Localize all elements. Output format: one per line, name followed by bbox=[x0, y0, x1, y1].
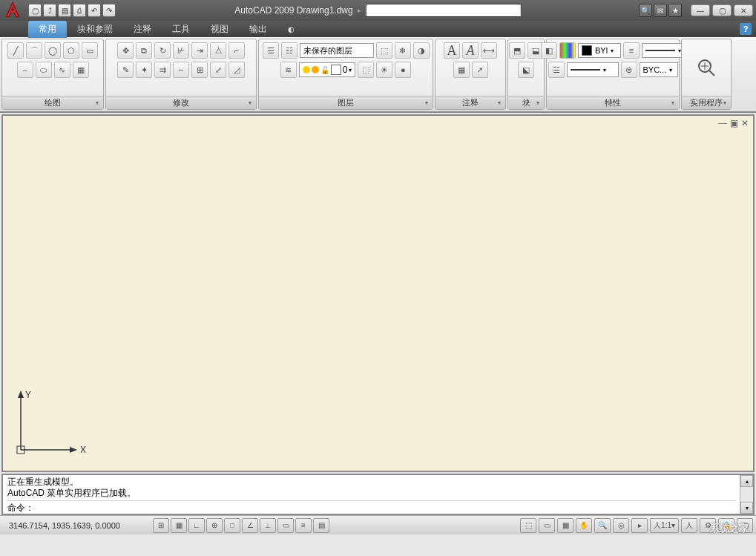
list-button[interactable]: ☱ bbox=[548, 62, 565, 78]
tab-extra-icon[interactable]: ◐ bbox=[277, 23, 305, 36]
panel-utilities-title[interactable]: 实用程序 bbox=[682, 96, 731, 109]
copy-tool[interactable]: ⧉ bbox=[136, 42, 152, 59]
save-button[interactable]: ▤ bbox=[58, 4, 71, 17]
quick-view-button[interactable]: ▦ bbox=[557, 518, 573, 533]
text-tool[interactable]: A bbox=[462, 42, 479, 59]
mirror-tool[interactable]: ⧊ bbox=[210, 42, 226, 59]
plot-style-button[interactable]: ⊜ bbox=[621, 62, 637, 78]
tab-blocks[interactable]: 块和参照 bbox=[67, 21, 123, 38]
mtext-tool[interactable]: A bbox=[444, 42, 460, 59]
command-scrollbar[interactable]: ▴ ▾ bbox=[740, 475, 753, 514]
scroll-up-button[interactable]: ▴ bbox=[740, 475, 753, 487]
scroll-track[interactable] bbox=[740, 487, 753, 502]
panel-block-title[interactable]: 块 bbox=[508, 96, 544, 109]
trim-tool[interactable]: ⊬ bbox=[173, 42, 189, 59]
maximize-button[interactable]: ▢ bbox=[712, 4, 732, 16]
block-editor-button[interactable]: ⬕ bbox=[518, 62, 534, 78]
spline-tool[interactable]: ∿ bbox=[54, 62, 70, 78]
current-layer-combo[interactable]: 🔓 0 ▾ bbox=[299, 62, 356, 77]
snap-toggle[interactable]: ⊞ bbox=[153, 518, 169, 533]
toolbar-lock-button[interactable]: 🔒 bbox=[718, 518, 734, 533]
search-button[interactable]: 🔍 bbox=[639, 4, 652, 17]
clean-screen-button[interactable]: ▢ bbox=[737, 518, 753, 533]
layout-button[interactable]: ▭ bbox=[539, 518, 555, 533]
color-combo[interactable]: BYl ▾ bbox=[578, 43, 621, 58]
viewport-close-button[interactable]: ✕ bbox=[741, 118, 749, 128]
workspace-switching-button[interactable]: ⚙ bbox=[700, 518, 716, 533]
layer-match-button[interactable]: ≋ bbox=[280, 62, 297, 78]
polar-toggle[interactable]: ⊕ bbox=[206, 518, 223, 533]
showmotion-button[interactable]: ▸ bbox=[631, 518, 648, 533]
panel-layer-title[interactable]: 图层 bbox=[259, 96, 433, 109]
command-window[interactable]: 正在重生成模型。 AutoCAD 菜单实用程序已加载。 命令： ▴ ▾ bbox=[1, 474, 755, 515]
erase-tool[interactable]: ✎ bbox=[117, 62, 134, 78]
layer-freeze-button[interactable]: ❄ bbox=[395, 42, 411, 59]
panel-modify-title[interactable]: 修改 bbox=[106, 96, 256, 109]
scroll-down-button[interactable]: ▾ bbox=[740, 502, 753, 514]
annotation-scale-button[interactable]: 人 1:1▾ bbox=[650, 518, 679, 533]
minimize-button[interactable]: — bbox=[691, 4, 710, 16]
scale-tool[interactable]: ⤢ bbox=[210, 62, 226, 78]
panel-properties-title[interactable]: 特性 bbox=[547, 96, 679, 109]
arc-tool[interactable]: ⌢ bbox=[17, 62, 33, 78]
viewport-maximize-button[interactable]: ▣ bbox=[730, 118, 738, 128]
linetype-button[interactable]: ≡ bbox=[623, 42, 640, 59]
favorites-button[interactable]: ★ bbox=[668, 4, 682, 17]
explode-tool[interactable]: ✦ bbox=[136, 62, 152, 78]
qnew-button[interactable]: ▢ bbox=[28, 4, 42, 17]
extend-tool[interactable]: ⇥ bbox=[191, 42, 208, 59]
panel-annotation-title[interactable]: 注释 bbox=[435, 96, 505, 109]
array-tool[interactable]: ⊞ bbox=[191, 62, 208, 78]
annotation-visibility-button[interactable]: 人 bbox=[681, 518, 697, 533]
steering-wheel-button[interactable]: ◎ bbox=[613, 518, 629, 533]
layer-iso-button[interactable]: ⬚ bbox=[376, 42, 392, 59]
viewport-minimize-button[interactable]: — bbox=[718, 118, 727, 128]
tab-tools[interactable]: 工具 bbox=[162, 21, 200, 38]
drawing-canvas[interactable]: — ▣ ✕ Y X bbox=[1, 114, 755, 472]
coordinates-display[interactable]: 3146.7154, 1935.1639, 0.0000 bbox=[3, 520, 151, 532]
tab-home[interactable]: 常用 bbox=[28, 21, 67, 38]
otrack-toggle[interactable]: ∠ bbox=[242, 518, 258, 533]
rectangle-tool[interactable]: ▭ bbox=[82, 42, 98, 59]
model-space-button[interactable]: ⬚ bbox=[520, 518, 536, 533]
comm-center-button[interactable]: ✉ bbox=[654, 4, 667, 17]
layer-uniso-button[interactable]: ⬚ bbox=[358, 62, 374, 78]
tab-annotate[interactable]: 注释 bbox=[123, 21, 162, 38]
table-tool[interactable]: ▦ bbox=[453, 62, 470, 78]
grid-toggle[interactable]: ▦ bbox=[171, 518, 187, 533]
zoom-button[interactable]: 🔍 bbox=[594, 518, 611, 533]
chamfer-tool[interactable]: ◿ bbox=[229, 62, 245, 78]
measure-tool[interactable] bbox=[695, 56, 717, 79]
tab-view[interactable]: 视图 bbox=[200, 21, 239, 38]
infocenter-search-input[interactable] bbox=[366, 4, 522, 17]
move-tool[interactable]: ✥ bbox=[117, 42, 134, 59]
polygon-tool[interactable]: ⬠ bbox=[63, 42, 79, 59]
insert-block-button[interactable]: ⬒ bbox=[509, 42, 525, 59]
plotstyle-combo[interactable]: BYC... ▾ bbox=[640, 62, 678, 77]
offset-tool[interactable]: ⇉ bbox=[154, 62, 171, 78]
osnap-toggle[interactable]: □ bbox=[224, 518, 240, 533]
print-button[interactable]: ⎙ bbox=[73, 4, 86, 17]
rotate-tool[interactable]: ↻ bbox=[154, 42, 171, 59]
help-button[interactable]: ? bbox=[740, 23, 752, 35]
ducs-toggle[interactable]: ⟂ bbox=[260, 518, 276, 533]
line-tool[interactable]: ╱ bbox=[7, 42, 24, 59]
panel-draw-title[interactable]: 绘图 bbox=[2, 96, 103, 109]
polyline-tool[interactable]: ⌒ bbox=[26, 42, 42, 59]
ellipse-tool[interactable]: ⬭ bbox=[36, 62, 52, 78]
fillet-tool[interactable]: ⌐ bbox=[229, 42, 245, 59]
qp-toggle[interactable]: ▤ bbox=[313, 518, 329, 533]
leader-tool[interactable]: ↗ bbox=[472, 62, 488, 78]
layer-off-button[interactable]: ◑ bbox=[413, 42, 430, 59]
redo-button[interactable]: ↷ bbox=[102, 4, 116, 17]
layer-thaw-button[interactable]: ☀ bbox=[376, 62, 392, 78]
pan-button[interactable]: ✋ bbox=[576, 518, 592, 533]
lwt-toggle[interactable]: ≡ bbox=[295, 518, 312, 533]
linetype-combo[interactable]: ▾ bbox=[567, 62, 619, 77]
tab-output[interactable]: 输出 bbox=[239, 21, 277, 38]
dimension-tool[interactable]: ⟷ bbox=[481, 42, 497, 59]
hatch-tool[interactable]: ▦ bbox=[73, 62, 89, 78]
layer-on-button[interactable]: ● bbox=[395, 62, 411, 78]
layer-properties-button[interactable]: ☰ bbox=[263, 42, 279, 59]
ortho-toggle[interactable]: ∟ bbox=[188, 518, 205, 533]
